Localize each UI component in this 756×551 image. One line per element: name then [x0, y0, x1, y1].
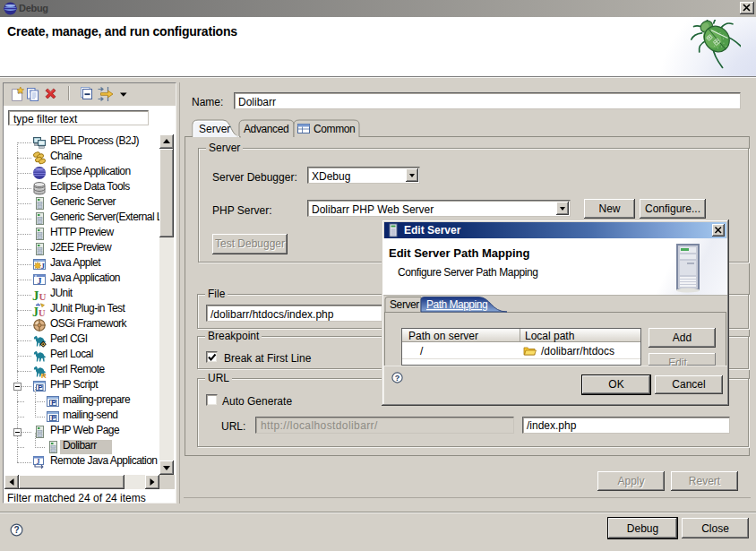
svg-text:Advanced: Advanced [244, 123, 288, 135]
svg-text:R: R [41, 372, 47, 378]
svg-text:U: U [39, 308, 46, 318]
svg-text:Server: Server [199, 123, 230, 135]
svg-text:P: P [51, 414, 56, 422]
svg-text:U: U [39, 291, 47, 302]
svg-text:Server: Server [390, 298, 419, 311]
svg-text:J: J [38, 276, 42, 286]
svg-text:P: P [51, 399, 56, 407]
svg-text:Path Mapping: Path Mapping [426, 298, 487, 311]
svg-text:J: J [37, 458, 40, 466]
svg-text:J: J [32, 306, 39, 318]
svg-text:?: ? [395, 374, 400, 383]
svg-text:P: P [38, 383, 43, 392]
svg-text:J: J [41, 262, 46, 271]
svg-text:?: ? [13, 525, 19, 535]
svg-text:Common: Common [314, 123, 355, 135]
